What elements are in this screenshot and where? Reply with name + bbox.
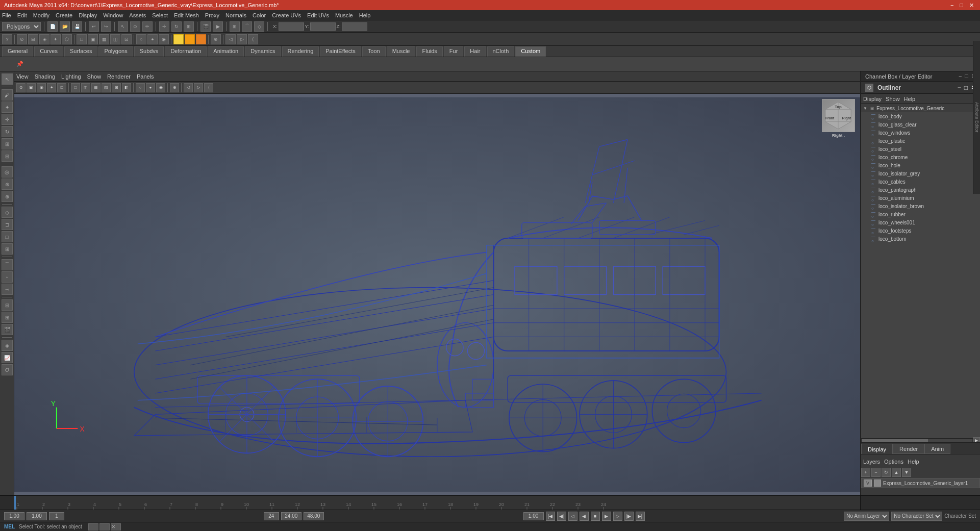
tree-item-loco_aluminium[interactable]: —○ loco_aluminium [861, 194, 980, 202]
start-time-input[interactable]: 1.00 [4, 512, 24, 520]
vp-tb13[interactable]: ● [146, 83, 155, 92]
toolbar-snap-grid[interactable]: ⊞ [230, 21, 240, 32]
tree-item-loco_glass_clear[interactable]: —○ loco_glass_clear [861, 120, 980, 129]
tb5[interactable]: ⬡ [62, 34, 72, 44]
light1-icon[interactable] [173, 34, 184, 44]
current-frame-input[interactable]: 1.00 [27, 512, 47, 520]
toolbar-new[interactable]: 📄 [47, 21, 58, 32]
light3-icon[interactable] [196, 34, 206, 44]
go-start-btn[interactable]: |◀ [546, 512, 555, 521]
menu-editmesh[interactable]: Edit Mesh [174, 12, 199, 18]
layer-refresh-icon[interactable]: ↻ [882, 468, 891, 477]
shelf-tab-muscle[interactable]: Muscle [387, 46, 416, 57]
tb14[interactable]: ⊕ [211, 34, 221, 44]
layers-menu-help[interactable]: Help [908, 459, 919, 465]
play-fwd-btn[interactable]: ▶ [602, 512, 611, 521]
tab-render[interactable]: Render [893, 444, 924, 454]
tb7[interactable]: ▣ [88, 34, 98, 44]
vp-menu-renderer[interactable]: Renderer [107, 73, 131, 80]
menu-window[interactable]: Window [103, 12, 123, 18]
layer-new-icon[interactable]: + [861, 468, 870, 477]
vp-tb9[interactable]: ▨ [102, 83, 111, 92]
layers-menu-layers[interactable]: Layers [863, 459, 880, 465]
tree-item-loco_steel[interactable]: —○ loco_steel [861, 145, 980, 153]
view-cube[interactable]: Top Front Right Right . [822, 99, 855, 132]
soft-mod-tool[interactable]: ◎ [2, 166, 13, 178]
time-editor-icon[interactable]: ⏱ [2, 364, 13, 375]
tb17[interactable]: ⟨ [248, 34, 258, 44]
layer-delete-icon[interactable]: − [871, 468, 881, 477]
max-time-input[interactable]: 48.00 [304, 512, 324, 520]
toolbar-snap-point[interactable]: ◇ [254, 21, 264, 32]
shelf-tab-subdivs[interactable]: Subdvs [134, 46, 164, 57]
timeline-track[interactable]: 1 2 3 4 5 6 7 8 9 10 11 12 13 14 15 16 1… [14, 496, 860, 510]
tree-item-loco_isolator_brown[interactable]: —○ loco_isolator_brown [861, 202, 980, 210]
toolbar-open[interactable]: 📂 [60, 21, 70, 32]
toolbar-ipr[interactable]: ▶ [213, 21, 223, 32]
tree-item-loco_hole[interactable]: —○ loco_hole [861, 161, 980, 169]
tree-item-loco_wheels001[interactable]: —○ loco_wheels001 [861, 218, 980, 226]
tree-item-loco_plastic[interactable]: —○ loco_plastic [861, 137, 980, 145]
menu-muscle[interactable]: Muscle [335, 12, 353, 18]
shelf-tab-fluids[interactable]: Fluids [416, 46, 442, 57]
tree-item-loco_cables[interactable]: —○ loco_cables [861, 178, 980, 186]
tree-root[interactable]: ▼ ▣ Express_Locomotive_Generic [861, 104, 980, 112]
menu-color[interactable]: Color [253, 12, 266, 18]
menu-modify[interactable]: Modify [33, 12, 49, 18]
anim-layer-dropdown[interactable]: No Anim Layer [844, 512, 889, 521]
x-input[interactable] [279, 22, 304, 31]
close-button[interactable]: ✕ [967, 2, 976, 9]
layer-editor-icon[interactable]: ⊞ [2, 312, 13, 323]
vp-tb16[interactable]: ◁ [184, 83, 193, 92]
tb15[interactable]: ◁ [225, 34, 236, 44]
shelf-tab-rendering[interactable]: Rendering [282, 46, 319, 57]
minimize-button[interactable]: − [948, 2, 956, 9]
viewport[interactable]: View Shading Lighting Show Renderer Pane… [14, 71, 860, 495]
tb11[interactable]: ○ [136, 34, 146, 44]
menu-assets[interactable]: Assets [129, 12, 146, 18]
cmd-icon1[interactable] [88, 523, 98, 530]
shelf-tab-custom[interactable]: Custom [515, 46, 546, 57]
help-icon[interactable]: ? [2, 34, 12, 44]
menu-select[interactable]: Select [152, 12, 168, 18]
layers-menu-options[interactable]: Options [884, 459, 903, 465]
cmd-icon2[interactable] [99, 523, 110, 530]
show-manip[interactable]: ⊕ [2, 191, 13, 202]
shelf-tab-hair[interactable]: Hair [464, 46, 486, 57]
tb4[interactable]: ✦ [51, 34, 61, 44]
layer-visible-toggle[interactable]: V [864, 479, 872, 487]
joint-tool[interactable]: ◦ [2, 271, 13, 283]
shelf-tab-surfaces[interactable]: Surfaces [64, 46, 97, 57]
outliner-tree[interactable]: ▼ ▣ Express_Locomotive_Generic —○ loco_b… [861, 104, 980, 438]
vp-tb2[interactable]: ▣ [27, 83, 36, 92]
vp-tb8[interactable]: ▦ [91, 83, 100, 92]
vp-tb17[interactable]: ▷ [194, 83, 203, 92]
shelf-tab-polygons[interactable]: Polygons [98, 46, 133, 57]
poly-select-edge[interactable]: ⊐ [2, 219, 13, 230]
toolbar-paint[interactable]: ✏ [142, 21, 153, 32]
vp-tb18[interactable]: ⟨ [204, 83, 213, 92]
transform-tool[interactable]: ⊟ [2, 150, 13, 162]
light2-icon[interactable] [185, 34, 195, 44]
tab-anim[interactable]: Anim [924, 444, 950, 454]
tb2[interactable]: ⊞ [28, 34, 38, 44]
select-tool[interactable]: ↖ [2, 73, 13, 85]
tree-item-loco_isolator_grey[interactable]: —○ loco_isolator_grey [861, 169, 980, 178]
stop-btn[interactable]: ■ [591, 512, 600, 521]
shelf-tab-deformation[interactable]: Deformation [165, 46, 207, 57]
vp-tb5[interactable]: ⊡ [57, 83, 66, 92]
outliner-menu-display[interactable]: Display [863, 96, 882, 102]
vp-menu-lighting[interactable]: Lighting [61, 73, 81, 80]
play-back-btn[interactable]: ◀ [580, 512, 589, 521]
tb6[interactable]: □ [77, 34, 87, 44]
tb12[interactable]: ● [147, 34, 158, 44]
tree-item-loco_footsteps[interactable]: —○ loco_footsteps [861, 226, 980, 235]
tree-item-loco_chrome[interactable]: —○ loco_chrome [861, 153, 980, 161]
playback-speed-input[interactable]: 1.00 [523, 512, 544, 520]
menu-file[interactable]: File [2, 12, 11, 18]
shelf-tab-animation[interactable]: Animation [208, 46, 244, 57]
tab-display[interactable]: Display [861, 444, 893, 454]
step-back-btn[interactable]: ◀| [557, 512, 566, 521]
prev-key-btn[interactable]: ◁ [568, 512, 577, 521]
character-set-dropdown[interactable]: No Character Set [891, 512, 942, 521]
